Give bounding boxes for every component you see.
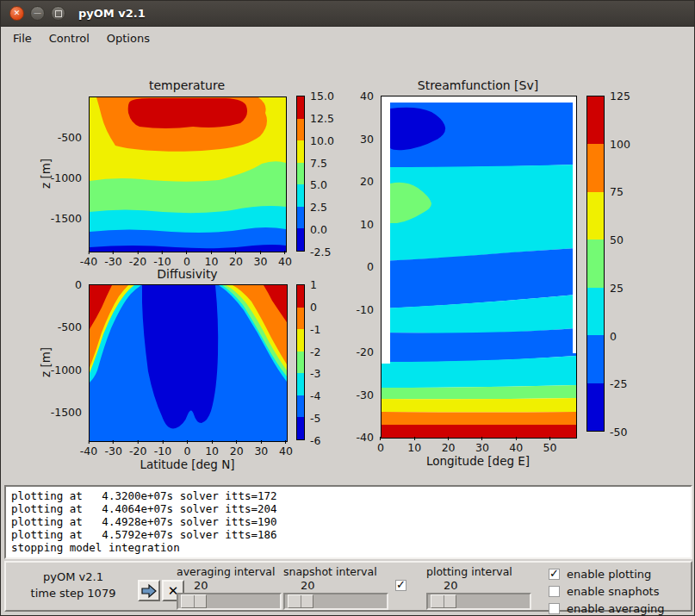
streamfunction-xlabel: Longitude [deg E]: [381, 454, 575, 468]
colorbar-tick-label: -5: [310, 412, 320, 425]
colorbar-tick-label: -2: [310, 345, 320, 358]
snapshot-slider-handle[interactable]: [288, 594, 313, 608]
status-time-step: time step 1079: [13, 585, 133, 601]
log-line: stopping model integration: [11, 541, 691, 554]
x-tick-label: 0: [377, 437, 384, 454]
enable-snapshots-label: enable snaphots: [567, 585, 660, 598]
colorbar-tick-label: 0: [610, 329, 617, 342]
y-tick-label: -40: [357, 431, 374, 444]
averaging-interval-label: averaging interval: [177, 565, 282, 578]
x-tick-label: -40: [80, 251, 97, 268]
colorbar-tick-label: 0.0: [310, 223, 327, 236]
colorbar-tick-label: 75: [610, 185, 624, 198]
averaging-slider-handle[interactable]: [181, 594, 207, 608]
x-tick-label: -30: [104, 251, 121, 268]
enable-averaging-checkbox[interactable]: [549, 603, 560, 614]
plotting-interval-label: plotting interval: [426, 565, 531, 578]
warm-core-region: [128, 98, 247, 128]
colorbar-tick-label: -2.5: [310, 246, 331, 258]
x-tick-label: 40: [279, 440, 293, 457]
colorbar-tick-label: 125: [610, 90, 630, 103]
y-tick-label: -500: [58, 131, 82, 144]
y-tick-label: 10: [360, 217, 374, 230]
colorbar-tick-label: -50: [610, 426, 627, 439]
close-button[interactable]: ✕: [9, 6, 24, 21]
enable-plotting-label: enable plotting: [567, 568, 651, 581]
averaging-interval-group: averaging interval 20: [177, 565, 282, 610]
colorbar-tick-label: 10.0: [310, 134, 334, 146]
colorbar-tick-label: -6: [310, 434, 320, 447]
colorbar-tick-label: 5.0: [310, 178, 327, 191]
menu-control[interactable]: Control: [40, 28, 98, 48]
x-tick-label: -40: [80, 440, 97, 457]
plotting-interval-slider[interactable]: [426, 593, 531, 610]
log-line: plotting at 4.3200e+07s solver itts=172: [11, 489, 691, 502]
x-tick-label: 10: [407, 437, 421, 454]
x-tick-label: 0: [183, 251, 190, 268]
model-status: pyOM v2.1 time step 1079: [13, 569, 133, 601]
temperature-colorbar: 15.012.510.07.55.02.50.0-2.5: [296, 96, 305, 252]
menu-options[interactable]: Options: [98, 28, 158, 48]
run-arrow-icon: [140, 583, 158, 599]
streamfunction-xticks: 01020304050: [381, 437, 575, 452]
snapshot-interval-label: snapshot interval: [283, 565, 388, 578]
enable-checkbox-column: enable plotting enable snaphots enable a…: [549, 565, 665, 616]
window-title: pyOM v2.1: [78, 7, 146, 20]
streamfunction-contour-field: [382, 96, 576, 438]
enable-snapshots-checkbox[interactable]: [549, 586, 560, 597]
colorbar-tick-label: -25: [610, 377, 627, 390]
maximize-button[interactable]: [51, 6, 65, 21]
x-tick-label: 20: [442, 437, 456, 454]
plotting-interval-group: plotting interval 20: [426, 565, 531, 610]
streamfunction-title: Streamfunction [Sv]: [381, 78, 575, 92]
y-tick-label: -10: [357, 302, 374, 315]
plotting-slider-handle[interactable]: [431, 594, 456, 608]
enable-plotting-row: enable plotting: [549, 565, 665, 582]
log-line: plotting at 4.4064e+07s solver itts=204: [11, 502, 691, 515]
enable-averaging-row: enable averaging: [549, 600, 665, 616]
diffusivity-yticks: 0-500-1000-1500: [47, 284, 85, 440]
diffusivity-xlabel: Latitude [deg N]: [89, 457, 286, 471]
diffusivity-axes: [89, 284, 288, 442]
temperature-contour-field: [90, 97, 286, 252]
minimize-button[interactable]: —: [30, 6, 45, 21]
temperature-title: temperature: [89, 78, 285, 92]
log-output[interactable]: plotting at 4.3200e+07s solver itts=172p…: [4, 485, 692, 559]
colorbar-tick-label: 12.5: [310, 111, 334, 124]
y-tick-label: 20: [360, 175, 374, 188]
enable-snapshots-row: enable snaphots: [549, 582, 665, 600]
snapshot-interval-group: snapshot interval 20: [283, 565, 388, 610]
enable-plotting-checkbox[interactable]: [549, 569, 560, 580]
x-tick-label: 10: [205, 440, 219, 457]
y-tick-label: -30: [357, 388, 374, 401]
x-tick-label: 20: [230, 440, 244, 457]
x-tick-label: -10: [154, 440, 171, 457]
snapshot-interval-slider[interactable]: [283, 593, 388, 610]
y-tick-label: -1500: [51, 212, 82, 225]
x-tick-label: 30: [475, 437, 489, 454]
x-tick-label: -10: [153, 251, 171, 268]
y-tick-label: 30: [360, 132, 374, 145]
x-tick-label: 0: [184, 440, 191, 457]
streamfunction-colorbar: 1251007550250-25-50: [586, 96, 605, 432]
enable-averaging-label: enable averaging: [567, 602, 665, 615]
averaging-interval-slider[interactable]: [177, 593, 282, 610]
colorbar-tick-label: -3: [310, 367, 320, 380]
colorbar-tick-label: 50: [610, 233, 624, 246]
y-tick-label: -1000: [51, 363, 82, 376]
run-button[interactable]: [138, 580, 160, 601]
x-tick-label: 40: [278, 251, 292, 268]
colorbar-tick-label: 2.5: [310, 201, 327, 214]
colorbar-tick-label: -4: [310, 389, 320, 402]
x-tick-label: 30: [254, 251, 268, 268]
snapshot-now-checkbox[interactable]: [395, 580, 406, 591]
x-tick-label: -20: [129, 440, 146, 457]
colorbar-tick-label: 0: [310, 300, 317, 313]
diffusivity-title: Diffusivity: [89, 267, 286, 281]
log-line: plotting at 4.5792e+07s solver itts=186: [11, 528, 691, 541]
streamfunction-yticks: 403020100-10-20-30-40: [339, 96, 377, 437]
x-tick-label: 30: [254, 440, 268, 457]
menu-file[interactable]: File: [4, 28, 40, 48]
y-tick-label: 0: [367, 260, 374, 273]
averaging-interval-value: 20: [194, 578, 282, 593]
